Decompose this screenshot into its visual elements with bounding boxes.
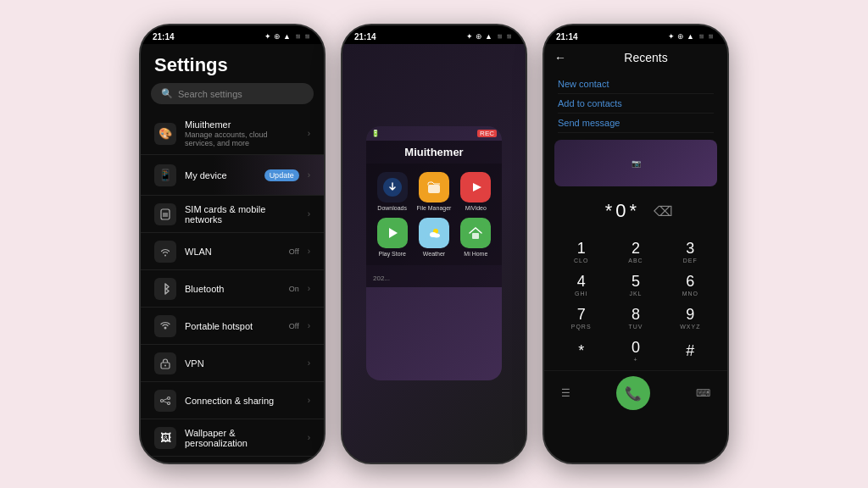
app-weather-label: Weather	[423, 251, 445, 257]
key-5[interactable]: 5JKL	[609, 269, 662, 301]
settings-item-vpn[interactable]: VPN ›	[141, 345, 324, 382]
settings-item-hotspot[interactable]: Portable hotspot Off ›	[141, 308, 324, 345]
svg-point-7	[168, 402, 170, 404]
key-3[interactable]: 3DEF	[664, 236, 717, 268]
svg-rect-22	[472, 233, 479, 239]
key-hash[interactable]: #	[664, 335, 717, 367]
miuithemer-icon: 🎨	[154, 123, 176, 145]
time-3: 21:14	[556, 32, 578, 42]
connection-icon	[154, 390, 176, 412]
settings-item-connection[interactable]: Connection & sharing ›	[141, 382, 324, 419]
key-star[interactable]: *	[554, 335, 608, 367]
send-message-link[interactable]: Send message	[558, 114, 714, 133]
my-device-title: My device	[185, 170, 256, 180]
phone-2-recents: 21:14 ✦ ⊕ ▲ ◾◾ 🔋 REC Miuithemer	[341, 24, 527, 464]
app-mivideo-label: MiVideo	[465, 205, 487, 211]
keypad-toggle-icon[interactable]: ⌨	[696, 387, 710, 399]
card-title: Miuithemer	[366, 141, 502, 164]
search-placeholder: Search settings	[178, 89, 242, 99]
chevron-icon: ›	[308, 209, 310, 219]
time-1: 21:14	[153, 32, 175, 42]
chevron-icon: ›	[308, 129, 310, 138]
settings-item-my-device[interactable]: 📱 My device Update ›	[141, 155, 324, 196]
key-8[interactable]: 8TUV	[609, 302, 662, 334]
app-weather[interactable]: Weather	[416, 218, 451, 257]
svg-point-2	[164, 326, 167, 329]
settings-item-wallpaper[interactable]: 🖼 Wallpaper & personalization ›	[141, 419, 324, 457]
app-mihome-label: Mi Home	[464, 251, 487, 257]
chevron-icon: ›	[308, 396, 310, 405]
key-2[interactable]: 2ABC	[609, 236, 662, 268]
sim-title: SIM cards & mobile networks	[185, 204, 299, 225]
key-7[interactable]: 7PQRS	[554, 302, 608, 334]
sim-icon	[154, 203, 176, 225]
new-contact-link[interactable]: New contact	[558, 75, 714, 94]
key-4[interactable]: 4GHI	[554, 269, 608, 301]
menu-icon[interactable]: ☰	[561, 387, 570, 399]
wlan-icon	[154, 241, 176, 263]
keypad: 1CLO 2ABC 3DEF 4GHI 5JKL 6MNO 7PQRS 8TUV…	[544, 232, 727, 370]
key-0[interactable]: 0+	[609, 335, 662, 367]
dial-row: *0* ⌫	[544, 190, 727, 232]
phone-3-dialer: 21:14 ✦ ⊕ ▲ ◾◾ ← Recents New contact Add…	[542, 24, 729, 464]
settings-item-wlan[interactable]: WLAN Off ›	[141, 233, 324, 270]
settings-item-miuithemer[interactable]: 🎨 Miuithemer Manage accounts, cloud serv…	[141, 113, 324, 155]
phone-1-settings: 21:14 ✦ ⊕ ▲ ◾◾ Settings 🔍 Search setting…	[139, 24, 326, 464]
key-1[interactable]: 1CLO	[554, 236, 608, 268]
status-icons-3: ✦ ⊕ ▲ ◾◾	[668, 32, 715, 41]
app-playstore-label: Play Store	[379, 251, 406, 257]
svg-point-6	[168, 396, 170, 399]
app-downloads-label: Downloads	[377, 205, 407, 211]
app-downloads[interactable]: Downloads	[375, 172, 409, 211]
svg-rect-1	[163, 213, 168, 217]
vpn-title: VPN	[185, 358, 299, 369]
status-bar-1: 21:14 ✦ ⊕ ▲ ◾◾	[141, 25, 324, 44]
app-play-store[interactable]: Play Store	[375, 218, 409, 257]
settings-item-always-on[interactable]: 🔆 Always-on display & Lock ›	[141, 457, 324, 463]
settings-item-bluetooth[interactable]: Bluetooth On ›	[141, 270, 324, 308]
svg-rect-12	[428, 185, 440, 193]
status-bar-3: 21:14 ✦ ⊕ ▲ ◾◾	[544, 25, 727, 44]
apps-grid: Downloads File Manager MiVideo	[366, 164, 502, 265]
dialer-header: ← Recents	[544, 44, 727, 71]
recents-actions: New contact Add to contacts Send message	[544, 71, 727, 136]
call-button[interactable]: 📞	[616, 376, 650, 410]
chevron-icon: ›	[308, 284, 310, 293]
phones-container: 21:14 ✦ ⊕ ▲ ◾◾ Settings 🔍 Search setting…	[122, 7, 746, 481]
key-6[interactable]: 6MNO	[664, 269, 717, 301]
settings-title: Settings	[141, 44, 324, 83]
key-9[interactable]: 9WXYZ	[664, 302, 717, 334]
backspace-button[interactable]: ⌫	[654, 203, 673, 219]
search-bar[interactable]: 🔍 Search settings	[151, 83, 314, 104]
settings-item-sim[interactable]: SIM cards & mobile networks ›	[141, 196, 324, 233]
status-bar-2: 21:14 ✦ ⊕ ▲ ◾◾	[342, 25, 526, 44]
wlan-status: Off	[289, 247, 299, 256]
add-to-contacts-link[interactable]: Add to contacts	[558, 94, 714, 114]
nav-bottom: ☰ 📞 ⌨	[544, 370, 727, 415]
wlan-title: WLAN	[185, 247, 281, 257]
bluetooth-title: Bluetooth	[185, 284, 281, 294]
dialer-title: Recents	[575, 51, 717, 64]
back-button[interactable]: ←	[554, 51, 566, 64]
hotspot-icon	[154, 315, 176, 337]
app-mi-video[interactable]: MiVideo	[459, 172, 493, 211]
vpn-icon	[154, 352, 176, 374]
svg-point-20	[433, 234, 440, 238]
bluetooth-icon	[154, 278, 176, 300]
status-icons-2: ✦ ⊕ ▲ ◾◾	[466, 32, 514, 41]
thumbnail-preview: 📷	[554, 140, 717, 186]
app-mi-home[interactable]: Mi Home	[459, 218, 493, 257]
app-file-label: File Manager	[417, 205, 452, 211]
time-2: 21:14	[354, 32, 376, 42]
chevron-icon: ›	[308, 170, 310, 180]
app-file-manager[interactable]: File Manager	[416, 172, 451, 211]
recent-app-card[interactable]: 🔋 REC Miuithemer Downloads	[366, 126, 502, 380]
recents-screen: 🔋 REC Miuithemer Downloads	[342, 44, 526, 463]
dialer-screen: ← Recents New contact Add to contacts Se…	[544, 44, 727, 463]
search-icon: 🔍	[161, 88, 173, 99]
svg-point-4	[164, 364, 166, 366]
chevron-icon: ›	[308, 247, 310, 256]
hotspot-title: Portable hotspot	[185, 321, 281, 331]
dial-display: *0*	[598, 193, 647, 229]
chevron-icon: ›	[308, 433, 310, 442]
